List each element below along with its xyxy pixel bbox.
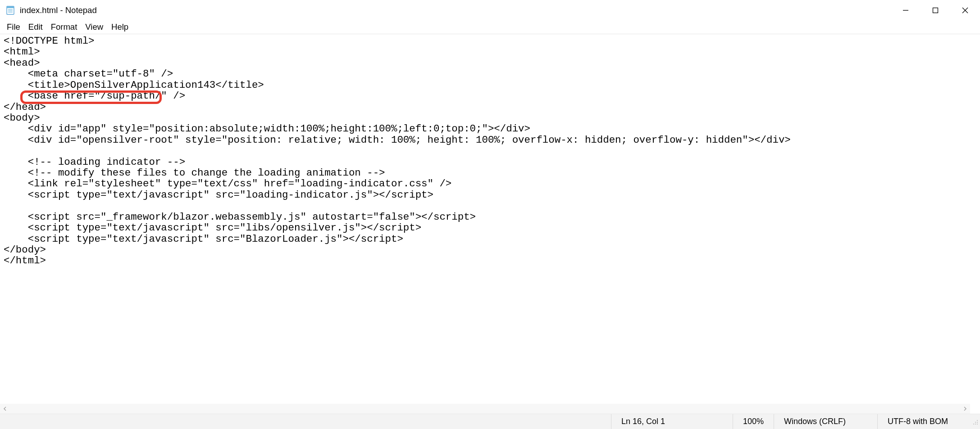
titlebar: index.html - Notepad xyxy=(0,0,980,21)
menubar: File Edit Format View Help xyxy=(0,21,980,34)
text-editor[interactable]: <!DOCTYPE html> <html> <head> <meta char… xyxy=(0,34,980,268)
window-title: index.html - Notepad xyxy=(20,5,97,15)
status-line-ending: Windows (CRLF) xyxy=(774,414,877,429)
svg-point-13 xyxy=(975,424,976,424)
window-controls xyxy=(891,0,980,21)
svg-point-12 xyxy=(973,424,974,424)
status-zoom: 100% xyxy=(733,414,774,429)
close-button[interactable] xyxy=(950,0,980,21)
svg-point-9 xyxy=(977,420,978,421)
statusbar: Ln 16, Col 1 100% Windows (CRLF) UTF-8 w… xyxy=(0,414,980,429)
status-encoding: UTF-8 with BOM xyxy=(877,414,967,429)
svg-point-10 xyxy=(975,422,976,423)
scroll-right-icon[interactable] xyxy=(961,405,969,413)
titlebar-left: index.html - Notepad xyxy=(5,5,97,15)
status-caret-position: Ln 16, Col 1 xyxy=(611,414,733,429)
notepad-icon xyxy=(5,5,15,15)
editor-area: <!DOCTYPE html> <html> <head> <meta char… xyxy=(0,34,980,414)
menu-file[interactable]: File xyxy=(3,21,24,33)
menu-edit[interactable]: Edit xyxy=(24,21,47,33)
svg-rect-6 xyxy=(933,8,938,13)
minimize-button[interactable] xyxy=(891,0,921,21)
svg-point-11 xyxy=(977,422,978,423)
maximize-button[interactable] xyxy=(921,0,950,21)
menu-view[interactable]: View xyxy=(81,21,107,33)
menu-format[interactable]: Format xyxy=(47,21,82,33)
resize-grip-icon[interactable] xyxy=(967,417,980,427)
scroll-left-icon[interactable] xyxy=(1,405,9,413)
svg-rect-1 xyxy=(7,6,14,8)
svg-point-14 xyxy=(977,424,978,424)
horizontal-scrollbar[interactable] xyxy=(0,404,970,414)
menu-help[interactable]: Help xyxy=(107,21,132,33)
